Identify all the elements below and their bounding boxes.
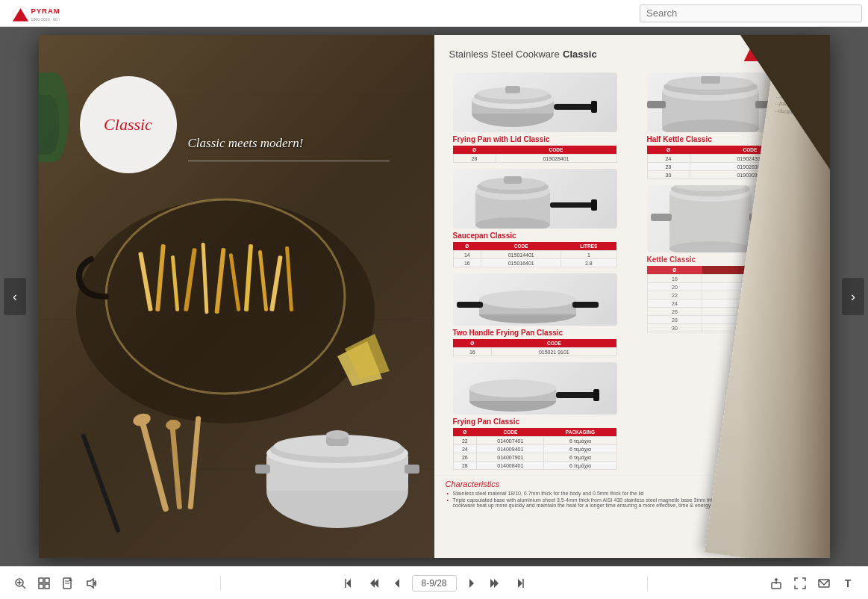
logo-area: PYRAMIS 1960-2020 · 60 YEARS: [0, 0, 97, 27]
search-input[interactable]: [640, 4, 862, 22]
last-page-button[interactable]: [511, 574, 528, 592]
prev-page-icon: [391, 577, 403, 589]
table-cell: 30: [647, 324, 702, 332]
frying-pan-illustration: [453, 362, 602, 415]
zoom-in-button[interactable]: [11, 574, 29, 592]
svg-rect-39: [505, 86, 520, 93]
chevron-left-icon: ‹: [13, 289, 17, 305]
table-cell: 24: [647, 300, 702, 308]
right-page-header: Stainless Steel Cookware Classic PYRAMIS: [434, 35, 830, 69]
saucepan-section: Saucepan Classic Ø CODE LITRES: [442, 165, 628, 270]
book-spread: Classic Classic meets modern!: [39, 35, 830, 558]
left-products-column: Frying Pan with Lid Classic Ø CODE: [442, 69, 628, 472]
svg-text:PYRAMIS: PYRAMIS: [31, 7, 60, 15]
table-cell: 28: [647, 163, 690, 171]
text-search-button[interactable]: T: [839, 574, 857, 592]
svg-marker-92: [395, 579, 399, 588]
page-view-button[interactable]: [59, 574, 77, 592]
svg-rect-79: [39, 578, 43, 583]
table-cell: 015016401: [481, 259, 561, 267]
svg-marker-95: [494, 579, 499, 588]
frying-pan-lid-image: [453, 72, 617, 132]
prev-spread-icon: [367, 577, 379, 589]
frying-pan-name: Frying Pan Classic: [453, 418, 617, 426]
first-page-icon: [343, 577, 355, 589]
svg-rect-32: [255, 465, 270, 474]
svg-rect-58: [556, 392, 597, 398]
grid-icon: [38, 577, 50, 589]
frying-pan-section: Frying Pan Classic Ø CODE PACKAGING: [442, 359, 628, 472]
page-indicator: 8-9/28: [412, 575, 457, 592]
table-header: Ø: [647, 146, 690, 155]
svg-rect-73: [651, 214, 672, 221]
right-page: Kettle Ø24 CODE 554046101 ...l 10/1000 f…: [434, 35, 830, 558]
svg-rect-47: [504, 176, 522, 184]
table-row: 28 019028401: [453, 155, 616, 163]
share-icon: [770, 577, 782, 589]
two-handle-pan-name: Two Handle Frying Pan Classic: [453, 329, 617, 337]
email-button[interactable]: [815, 574, 833, 592]
svg-point-20: [131, 412, 152, 428]
table-cell: 30: [647, 171, 690, 179]
svg-marker-88: [346, 579, 351, 588]
svg-rect-19: [138, 417, 169, 512]
tools-group: T: [767, 574, 857, 592]
svg-rect-81: [39, 584, 43, 589]
share-button[interactable]: [767, 574, 785, 592]
next-page-button[interactable]: ›: [842, 278, 864, 315]
table-cell: 6 τεμάχια: [544, 453, 616, 462]
two-handle-pan-table: Ø CODE 16 015021 9101: [453, 339, 617, 356]
table-header: CODE: [477, 428, 544, 437]
table-cell: 26: [647, 308, 702, 316]
saucepan-image: [453, 169, 617, 229]
table-row: 24 014009401 6 τεμάχια: [453, 445, 616, 453]
frying-pan-image: [453, 362, 617, 415]
frying-pan-lid-table: Ø CODE 28 019028401: [453, 146, 617, 163]
first-page-button[interactable]: [340, 574, 358, 592]
table-header: Ø: [453, 339, 492, 348]
svg-marker-0: [13, 8, 28, 22]
svg-point-31: [326, 430, 349, 439]
svg-rect-24: [81, 433, 121, 533]
pyramis-triangle-icon: [744, 46, 759, 61]
svg-marker-100: [774, 578, 778, 580]
table-cell: 22: [647, 291, 702, 300]
chevron-right-icon: ›: [851, 289, 855, 305]
last-page-icon: [513, 577, 525, 589]
classic-circle-logo: Classic: [80, 76, 177, 173]
pyramis-logo: PYRAMIS 1960-2020 · 60 YEARS: [7, 2, 60, 25]
table-cell: 6 τεμάχια: [544, 445, 616, 453]
table-cell: 2.8: [561, 259, 616, 267]
email-icon: [818, 577, 830, 589]
table-cell: 014007401: [477, 437, 544, 445]
volume-button[interactable]: [83, 574, 101, 592]
frying-pan-lid-name: Frying Pan with Lid Classic: [453, 135, 617, 143]
svg-point-4: [76, 199, 375, 423]
svg-rect-66: [647, 101, 666, 108]
next-spread-button[interactable]: [487, 574, 505, 592]
expand-button[interactable]: [791, 574, 809, 592]
table-header: Ø: [453, 146, 496, 155]
tilted-page-content: Kettle Ø24 CODE 554046101 ...l 10/1000 f…: [773, 35, 829, 132]
table-cell: 16: [453, 348, 492, 356]
svg-rect-82: [45, 584, 49, 589]
topbar: PYRAMIS 1960-2020 · 60 YEARS: [0, 0, 868, 27]
next-page-nav-button[interactable]: [463, 574, 481, 592]
svg-point-57: [469, 379, 556, 397]
fries-illustration: [54, 147, 419, 423]
table-cell: 6 τεμάχια: [544, 437, 616, 445]
table-cell: 16: [647, 275, 702, 283]
svg-point-52: [479, 291, 576, 308]
table-header: PACKAGING: [544, 428, 616, 437]
table-cell: 20: [647, 283, 702, 291]
two-handle-pan-illustration: [453, 273, 602, 326]
prev-page-nav-button[interactable]: [388, 574, 406, 592]
svg-text:1960-2020 · 60 YEARS: 1960-2020 · 60 YEARS: [31, 16, 60, 21]
table-row: 26 014007901 6 τεμάχια: [453, 453, 616, 462]
table-cell: 14: [453, 251, 481, 259]
prev-page-button[interactable]: ‹: [4, 278, 26, 315]
grid-view-button[interactable]: [35, 574, 53, 592]
svg-marker-87: [87, 579, 93, 588]
table-row: 16 015016401 2.8: [453, 259, 616, 267]
prev-spread-button[interactable]: [364, 574, 382, 592]
